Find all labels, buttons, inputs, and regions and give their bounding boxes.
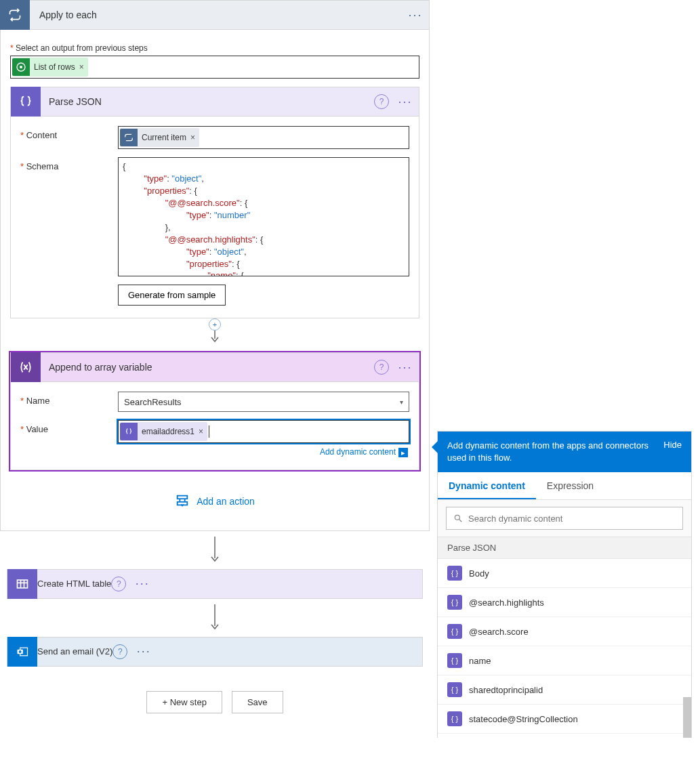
send-email-title: Send an email (V2) bbox=[37, 646, 112, 656]
name-value: SearchResults bbox=[124, 397, 182, 407]
new-step-button[interactable]: + New step bbox=[146, 691, 222, 713]
variable-icon bbox=[11, 352, 41, 382]
append-variable-body: * Name SearchResults ▾ * Value bbox=[10, 382, 419, 470]
svg-line-17 bbox=[459, 520, 462, 522]
dc-search-wrap bbox=[438, 500, 691, 537]
table-icon bbox=[7, 569, 37, 599]
loop-small-icon bbox=[120, 129, 138, 146]
json-chip-icon: { } bbox=[447, 653, 462, 668]
loop-icon bbox=[0, 0, 30, 30]
dc-item[interactable]: { }Body bbox=[438, 559, 691, 588]
create-html-menu-button[interactable]: ··· bbox=[129, 577, 156, 591]
json-chip-icon: { } bbox=[447, 682, 462, 697]
apply-to-each-header[interactable]: Apply to each ··· bbox=[0, 0, 430, 30]
help-icon[interactable]: ? bbox=[374, 360, 389, 375]
svg-rect-8 bbox=[18, 580, 28, 588]
json-chip-icon: { } bbox=[447, 595, 462, 610]
dc-group-parse-json: Parse JSON bbox=[438, 537, 691, 559]
content-input[interactable]: Current item × bbox=[118, 126, 409, 149]
tab-expression[interactable]: Expression bbox=[536, 472, 604, 499]
add-action-button[interactable]: Add an action bbox=[7, 473, 422, 524]
output-input[interactable]: List of rows × bbox=[10, 56, 419, 79]
remove-token-icon[interactable]: × bbox=[190, 133, 199, 142]
dc-item[interactable]: { }@search.score bbox=[438, 617, 691, 646]
save-button[interactable]: Save bbox=[232, 691, 283, 713]
panel-pointer-icon bbox=[432, 441, 438, 453]
dc-item[interactable]: { }statecode@StringCollection bbox=[438, 705, 691, 734]
apply-to-each-title: Apply to each bbox=[30, 9, 402, 20]
parse-json-menu-button[interactable]: ··· bbox=[392, 95, 419, 109]
json-chip-icon: { } bbox=[447, 624, 462, 639]
dc-search-field[interactable] bbox=[468, 514, 676, 524]
add-dynamic-content-link[interactable]: Add dynamic content▸ bbox=[118, 443, 409, 457]
apply-to-each-body: * Select an output from previous steps L… bbox=[0, 30, 430, 531]
dynamic-content-panel: Add dynamic content from the apps and co… bbox=[437, 431, 692, 738]
send-email-menu-button[interactable]: ··· bbox=[130, 644, 157, 659]
dc-item[interactable]: { }sharedtoprincipalid bbox=[438, 675, 691, 705]
tab-dynamic-content[interactable]: Dynamic content bbox=[438, 472, 536, 499]
parse-json-body: * Content Current item × bbox=[10, 117, 419, 318]
dc-item[interactable]: { }name bbox=[438, 646, 691, 675]
schema-label: * Schema bbox=[20, 157, 118, 276]
connector-1: + bbox=[7, 321, 422, 344]
output-label: * Select an output from previous steps bbox=[10, 43, 422, 53]
remove-token-icon[interactable]: × bbox=[199, 427, 207, 436]
dc-panel-header: Add dynamic content from the apps and co… bbox=[438, 432, 691, 472]
name-select[interactable]: SearchResults ▾ bbox=[118, 392, 409, 412]
help-icon[interactable]: ? bbox=[111, 577, 126, 591]
help-icon[interactable]: ? bbox=[112, 644, 127, 659]
token-emailaddress1[interactable]: emailaddress1 × bbox=[120, 422, 207, 441]
add-action-icon bbox=[175, 493, 190, 510]
dc-item-list[interactable]: { }Body { }@search.highlights { }@search… bbox=[438, 559, 691, 737]
scrollbar-thumb[interactable] bbox=[683, 697, 691, 737]
dc-search-input[interactable] bbox=[446, 507, 683, 530]
search-icon bbox=[453, 514, 463, 523]
value-label: * Value bbox=[20, 420, 118, 457]
dc-item[interactable]: { }statuscode@StringCollection bbox=[438, 734, 691, 737]
json-icon bbox=[11, 87, 41, 117]
json-chip-icon: { } bbox=[447, 566, 462, 581]
apply-to-each-menu-button[interactable]: ··· bbox=[402, 8, 429, 22]
create-html-table-title: Create HTML table bbox=[37, 579, 111, 589]
json-chip-icon: { } bbox=[447, 711, 462, 726]
parse-json-title: Parse JSON bbox=[41, 96, 374, 107]
help-icon[interactable]: ? bbox=[374, 94, 389, 109]
parse-json-card: Parse JSON ? ··· * Content bbox=[10, 87, 419, 318]
append-variable-menu-button[interactable]: ··· bbox=[392, 360, 419, 375]
remove-token-icon[interactable]: × bbox=[79, 62, 88, 72]
json-small-icon bbox=[120, 423, 138, 440]
token-list-of-rows[interactable]: List of rows × bbox=[12, 58, 88, 77]
dc-panel-heading: Add dynamic content from the apps and co… bbox=[447, 440, 657, 464]
content-label: * Content bbox=[20, 126, 118, 149]
append-variable-title: Append to array variable bbox=[41, 362, 374, 373]
append-variable-card: Append to array variable ? ··· * Name Se… bbox=[10, 352, 419, 470]
connector-2 bbox=[0, 531, 430, 569]
insert-step-button[interactable]: + bbox=[209, 318, 221, 331]
schema-input[interactable]: { "type": "object", "properties": { "@@s… bbox=[118, 157, 409, 276]
svg-point-1 bbox=[20, 66, 22, 68]
connector-3 bbox=[0, 599, 430, 637]
dataverse-icon bbox=[12, 58, 30, 76]
token-current-item[interactable]: Current item × bbox=[120, 128, 199, 147]
svg-rect-3 bbox=[178, 495, 188, 499]
svg-point-16 bbox=[455, 516, 459, 520]
hide-panel-link[interactable]: Hide bbox=[663, 440, 682, 450]
append-variable-header[interactable]: Append to array variable ? ··· bbox=[10, 352, 419, 382]
chevron-down-icon: ▾ bbox=[400, 398, 403, 406]
generate-from-sample-button[interactable]: Generate from sample bbox=[118, 285, 226, 306]
value-input[interactable]: emailaddress1 × bbox=[118, 420, 409, 443]
create-html-table-card[interactable]: Create HTML table ? ··· bbox=[7, 569, 423, 599]
parse-json-header[interactable]: Parse JSON ? ··· bbox=[10, 87, 419, 117]
send-email-card[interactable]: Send an email (V2) ? ··· bbox=[7, 637, 423, 667]
dc-item[interactable]: { }@search.highlights bbox=[438, 588, 691, 617]
name-label: * Name bbox=[20, 392, 118, 412]
dc-tabs: Dynamic content Expression bbox=[438, 472, 691, 500]
svg-rect-6 bbox=[178, 502, 188, 505]
expand-icon: ▸ bbox=[398, 448, 408, 457]
outlook-icon bbox=[7, 637, 37, 667]
svg-point-15 bbox=[19, 650, 22, 653]
